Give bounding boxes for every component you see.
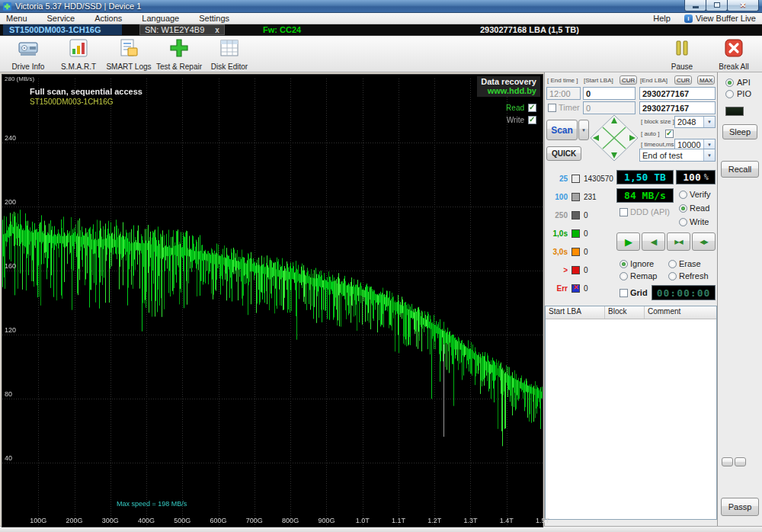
read-checkbox[interactable] bbox=[528, 104, 536, 112]
ignore-radio[interactable] bbox=[620, 260, 628, 268]
timer-checkbox[interactable] bbox=[548, 104, 556, 112]
progress-unit: % bbox=[704, 173, 709, 181]
scan-control-panel: [ End time ] [Start LBA] CUR [End LBA] C… bbox=[544, 72, 717, 526]
pio-radio[interactable] bbox=[725, 90, 734, 98]
ddd-checkbox[interactable] bbox=[620, 208, 628, 216]
pause-button[interactable]: Pause bbox=[664, 37, 700, 71]
auto-checkbox[interactable] bbox=[665, 130, 674, 138]
column-start-lba: Start LBA bbox=[546, 306, 605, 319]
end-action-combo[interactable]: End of test ▼ bbox=[639, 149, 716, 162]
small-toggle-button-1[interactable] bbox=[722, 457, 733, 466]
step-forward-button[interactable]: ◀▶ bbox=[692, 232, 716, 251]
passp-button[interactable]: Passp bbox=[721, 498, 759, 516]
disk-editor-button[interactable]: Disk Editor bbox=[204, 37, 255, 71]
small-toggle-button-2[interactable] bbox=[735, 457, 746, 466]
break-all-button[interactable]: Break All bbox=[713, 37, 754, 71]
smart-button[interactable]: S.M.A.R.T bbox=[53, 37, 104, 71]
max-speed-note: Max speed = 198 MB/s bbox=[117, 500, 187, 508]
start-lba-input[interactable] bbox=[583, 87, 636, 100]
minimize-button[interactable] bbox=[684, 0, 706, 11]
smart-icon bbox=[68, 37, 89, 62]
x-tick-label: 1.4T bbox=[491, 517, 522, 524]
api-radio[interactable] bbox=[725, 79, 734, 87]
play-button[interactable]: ▶ bbox=[616, 232, 640, 251]
y-tick-label: 200 bbox=[5, 198, 16, 206]
reverse-button[interactable]: ◀ bbox=[642, 232, 665, 251]
maximize-button[interactable] bbox=[706, 0, 728, 11]
menu-item-menu[interactable]: Menu bbox=[3, 14, 30, 23]
step-back-button[interactable]: ▶◀ bbox=[667, 232, 690, 251]
timer-input[interactable] bbox=[583, 101, 636, 114]
toolbar: Drive Info S.M.A.R.T SMART Logs Test & R… bbox=[0, 36, 762, 72]
menu-item-service[interactable]: Service bbox=[44, 14, 78, 23]
latency-row-250ms: 250 0 bbox=[546, 210, 588, 220]
latency-label: > bbox=[546, 266, 568, 274]
end-time-input[interactable] bbox=[546, 87, 581, 100]
latency-swatch bbox=[572, 248, 580, 256]
close-button[interactable]: ✕ bbox=[727, 0, 759, 11]
test-repair-button[interactable]: Test & Repair bbox=[154, 37, 204, 71]
app-icon bbox=[2, 2, 12, 11]
end-lba-current-button[interactable]: CUR bbox=[674, 75, 692, 85]
block-size-combo[interactable]: 2048 ▼ bbox=[674, 116, 716, 128]
disk-editor-icon bbox=[219, 37, 240, 62]
x-tick-label: 200G bbox=[59, 517, 90, 524]
victoria-window: Victoria 5.37 HDD/SSD | Device 1 ✕ Menu … bbox=[0, 0, 762, 532]
watermark-line1: Data recovery bbox=[481, 77, 536, 86]
elapsed-time-display: 00:00:00 bbox=[652, 285, 716, 300]
menubar: Menu Service Actions Language Settings H… bbox=[0, 13, 762, 24]
menu-item-actions[interactable]: Actions bbox=[91, 14, 125, 23]
device-serial-tab: SN: W1E2Y4B9 x bbox=[139, 24, 225, 35]
quick-button[interactable]: QUICK bbox=[546, 146, 581, 161]
remap-radio[interactable] bbox=[620, 272, 628, 280]
x-axis-ticks: 100G200G300G400G500G600G700G800G900G1.0T… bbox=[2, 517, 543, 526]
smart-logs-button[interactable]: SMART Logs bbox=[104, 37, 154, 71]
menu-item-help[interactable]: Help bbox=[650, 14, 674, 23]
latency-row-3s: 3,0s 0 bbox=[546, 247, 588, 257]
refresh-radio[interactable] bbox=[668, 272, 677, 280]
smart-label: S.M.A.R.T bbox=[61, 62, 96, 71]
maximize-icon bbox=[714, 2, 720, 8]
latency-count: 231 bbox=[584, 193, 597, 201]
progress-value: 100 bbox=[683, 171, 700, 183]
sleep-button[interactable]: Sleep bbox=[722, 124, 757, 139]
end-lba-input[interactable] bbox=[639, 87, 716, 100]
end-lba-label: [End LBA] bbox=[640, 77, 668, 84]
ddd-label: DDD (API) bbox=[630, 207, 670, 216]
latency-count: 0 bbox=[584, 211, 588, 220]
end-time-label: [ End time ] bbox=[547, 77, 578, 84]
activity-led bbox=[725, 107, 744, 116]
drive-info-button[interactable]: Drive Info bbox=[3, 37, 53, 71]
end-lba-input-2[interactable] bbox=[639, 101, 716, 114]
device-model-tab[interactable]: ST1500DM003-1CH16G bbox=[3, 24, 122, 35]
watermark-url: www.hdd.by bbox=[481, 86, 536, 95]
x-tick-label: 1.2T bbox=[419, 517, 450, 524]
read-mode-radio[interactable] bbox=[679, 204, 687, 213]
side-panel: API PIO Sleep Recall Passp bbox=[717, 72, 762, 526]
latency-count: 0 bbox=[584, 229, 588, 238]
view-buffer-live-button[interactable]: i View Buffer Live bbox=[684, 14, 756, 23]
write-checkbox[interactable] bbox=[528, 116, 536, 124]
pause-icon bbox=[671, 37, 693, 62]
end-lba-max-button[interactable]: MAX bbox=[697, 75, 715, 85]
y-tick-label: 240 bbox=[5, 134, 16, 142]
scan-graph-canvas[interactable] bbox=[2, 75, 543, 527]
scan-dropdown-button[interactable]: ▼ bbox=[578, 120, 589, 140]
recall-button[interactable]: Recall bbox=[721, 161, 759, 178]
erase-radio[interactable] bbox=[668, 260, 677, 268]
latency-swatch bbox=[572, 193, 580, 201]
device-close-icon[interactable]: x bbox=[215, 26, 219, 34]
defect-table[interactable]: Start LBA Block Comment bbox=[545, 306, 717, 520]
latency-label: 3,0s bbox=[546, 248, 568, 256]
menu-item-language[interactable]: Language bbox=[139, 14, 182, 23]
scan-button[interactable]: Scan bbox=[546, 120, 578, 140]
grid-checkbox[interactable] bbox=[620, 289, 628, 297]
menu-item-settings[interactable]: Settings bbox=[196, 14, 232, 23]
drive-icon bbox=[18, 37, 39, 62]
start-lba-current-button[interactable]: CUR bbox=[620, 75, 637, 85]
verify-radio[interactable] bbox=[679, 191, 687, 199]
latency-swatch bbox=[572, 266, 580, 274]
scan-direction-pad[interactable] bbox=[590, 114, 639, 162]
latency-row-err: Err 0 bbox=[546, 284, 588, 293]
write-mode-radio[interactable] bbox=[679, 218, 687, 226]
